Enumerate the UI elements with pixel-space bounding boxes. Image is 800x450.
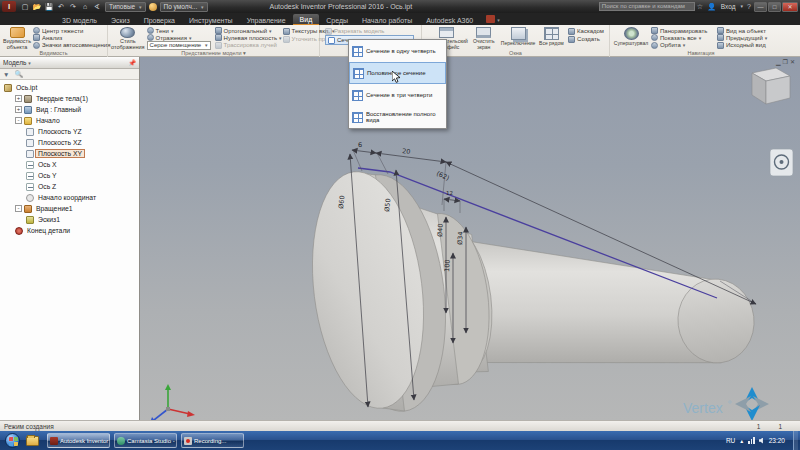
tree-item[interactable]: Ось.ipt	[0, 82, 139, 93]
center-of-gravity-button[interactable]: Центр тяжести	[33, 27, 110, 34]
group-label-navigation: Навигация	[610, 50, 792, 57]
sign-in-link[interactable]: Вход	[721, 3, 736, 10]
tree-item[interactable]: Плоскость XY	[0, 148, 139, 159]
start-button[interactable]	[5, 433, 20, 448]
save-icon[interactable]: 💾	[44, 2, 54, 11]
view-icon	[24, 106, 32, 114]
undo-icon[interactable]: ↶	[56, 2, 66, 11]
taskbar-button-inventor[interactable]: Autodesk Inventor Pr...	[47, 433, 110, 448]
redo-icon[interactable]: ↷	[68, 2, 78, 11]
tree-expander[interactable]: +	[15, 95, 22, 102]
show-desktop-button[interactable]	[793, 431, 798, 450]
analysis-button[interactable]: Анализ	[33, 34, 110, 41]
minimize-button[interactable]: —	[754, 2, 767, 12]
zoom-all-button[interactable]: Показать все▾	[651, 34, 713, 41]
tree-item[interactable]: -Начало	[0, 115, 139, 126]
imate-glyphs-button[interactable]: Значки автосовмещения	[33, 42, 110, 49]
maximize-button[interactable]: □	[768, 2, 781, 12]
display-style-button[interactable]: Стиль отображения	[111, 26, 145, 50]
filter-icon[interactable]: ▼	[3, 71, 9, 78]
tree-item[interactable]: Эскиз1	[0, 214, 139, 225]
look-at-button[interactable]: Вид на объект	[717, 27, 767, 34]
taskbar-button-camtasia[interactable]: Camtasia Studio - Se...	[114, 433, 177, 448]
tree-expander[interactable]: -	[15, 205, 22, 212]
pan-button[interactable]: Панорамировать	[651, 27, 713, 34]
chevron-down-icon[interactable]: ▾	[497, 17, 500, 23]
3d-viewport[interactable]: ▁❐✕	[140, 57, 800, 420]
vertex-logo-text: Vertex	[683, 400, 723, 416]
speaker-icon[interactable]	[759, 438, 765, 444]
orbit-button[interactable]: Орбита▾	[651, 42, 713, 49]
tree-item[interactable]: -Вращение1	[0, 203, 139, 214]
home-icon[interactable]: ⌂	[80, 2, 90, 11]
tab-эскиз[interactable]: Эскиз	[104, 15, 137, 25]
shadows-button[interactable]: Тени▾	[147, 27, 211, 34]
tab-проверка[interactable]: Проверка	[137, 15, 182, 25]
tree-item[interactable]: Конец детали	[0, 225, 139, 236]
menu-item-half-section[interactable]: Половинное сечение	[349, 62, 446, 84]
show-hidden-icons-icon[interactable]: ▲	[739, 438, 744, 444]
appearance-combo[interactable]: По умолч... ▾	[160, 2, 208, 12]
tree-expander[interactable]: -	[15, 117, 22, 124]
network-icon[interactable]	[748, 437, 755, 444]
menu-item-quarter-section[interactable]: Сечение в одну четверть	[349, 40, 446, 62]
tree-item[interactable]: +Твердые тела(1)	[0, 93, 139, 104]
tab-инструменты[interactable]: Инструменты	[182, 15, 240, 25]
inventor-logo[interactable]: I	[2, 1, 16, 12]
restore-full-view-icon	[352, 112, 363, 123]
tree-item[interactable]: Ось Y	[0, 170, 139, 181]
object-visibility-button[interactable]: Видимость объекта	[3, 26, 31, 50]
explorer-folder-icon[interactable]	[26, 436, 39, 446]
shaft-model[interactable]	[300, 165, 759, 417]
view-cube[interactable]	[752, 68, 790, 104]
status-mode: Режим создания	[4, 423, 54, 430]
tab-среды[interactable]: Среды	[319, 15, 355, 25]
clock[interactable]: 23:20	[769, 437, 785, 444]
home-view-button[interactable]: Исходный вид	[717, 42, 767, 49]
star-icon[interactable]: ☆	[697, 0, 703, 13]
open-icon[interactable]: 📂	[32, 2, 42, 11]
chevron-down-icon[interactable]: ▾	[28, 60, 31, 66]
new-icon[interactable]: ▢	[20, 2, 30, 11]
close-button[interactable]: ✕	[782, 2, 798, 12]
search-input[interactable]: Поиск по справке и командам	[599, 2, 695, 11]
tab-начало-работы[interactable]: Начало работы	[355, 15, 419, 25]
taskbar-button-recording[interactable]: Recording...	[181, 433, 244, 448]
tree-item[interactable]: Плоскость YZ	[0, 126, 139, 137]
tree-item[interactable]: +Вид : Главный	[0, 104, 139, 115]
new-window-button[interactable]: Создать	[568, 35, 604, 43]
help-icon[interactable]: ?	[747, 0, 751, 13]
search-binoculars-icon[interactable]: 🔍	[14, 70, 22, 78]
previous-view-button[interactable]: Предыдущий▾	[717, 34, 767, 41]
ground-plane-button[interactable]: Нулевая плоскость▾	[215, 34, 279, 41]
measure-icon[interactable]: ∢	[92, 2, 102, 11]
browser-header[interactable]: Модель ▾ 📌	[0, 57, 139, 69]
tree-item[interactable]: Плоскость XZ	[0, 137, 139, 148]
menu-item-three-quarter-section[interactable]: Сечение в три четверти	[349, 84, 446, 106]
language-indicator[interactable]: RU	[726, 437, 735, 444]
switch-windows-button[interactable]: Переключение	[499, 26, 536, 50]
tree-expander[interactable]: +	[15, 106, 22, 113]
tab-вид[interactable]: Вид	[293, 14, 320, 25]
orthographic-button[interactable]: Ортогональный▾	[215, 27, 279, 34]
tab-управление[interactable]: Управление	[240, 15, 293, 25]
tree-item-label: Ось Z	[36, 183, 58, 190]
chevron-down-icon[interactable]: ▾	[741, 0, 744, 13]
tree-item[interactable]: Ось Z	[0, 181, 139, 192]
user-icon[interactable]: 👤	[707, 0, 716, 13]
environment-combo[interactable]: Серое помещение▾	[147, 41, 211, 49]
tree-item[interactable]: Ось X	[0, 159, 139, 170]
tab-3d-модель[interactable]: 3D модель	[55, 15, 104, 25]
tab-extra-icon[interactable]	[486, 15, 495, 23]
cascade-button[interactable]: Каскадом	[568, 27, 604, 35]
tile-windows-button[interactable]: Все рядом	[537, 26, 566, 50]
tree-item[interactable]: Начало координат	[0, 192, 139, 203]
tab-autodesk-a360[interactable]: Autodesk A360	[419, 15, 480, 25]
material-combo[interactable]: Типовые ▾	[105, 2, 146, 12]
menu-item-restore-full-view[interactable]: Восстановление полного вида	[349, 106, 446, 128]
steering-wheel-button[interactable]: Суперштурвал	[613, 26, 649, 50]
appearance-ball-icon[interactable]	[149, 3, 157, 11]
navigation-bar[interactable]	[770, 149, 793, 176]
clean-screen-button[interactable]: Очистить экран	[468, 26, 499, 50]
pin-icon[interactable]: 📌	[129, 59, 137, 66]
